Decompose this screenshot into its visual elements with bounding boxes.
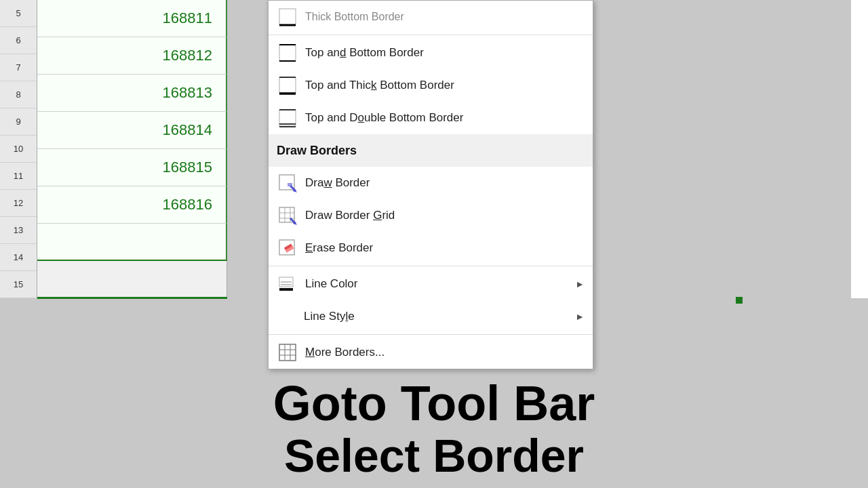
draw-border-label: Draw Border xyxy=(305,176,370,190)
more-borders-label: More Borders... xyxy=(305,346,384,359)
top-thick-label: Top and Thick Bottom Border xyxy=(305,79,454,92)
top-double-icon xyxy=(277,107,298,129)
line-color-icon xyxy=(277,273,298,295)
menu-item-draw-border[interactable]: Draw Border xyxy=(269,167,593,199)
divider-3 xyxy=(269,334,593,335)
row-num-10: 10 xyxy=(0,136,37,163)
svg-rect-14 xyxy=(288,183,292,186)
line-style-arrow: ► xyxy=(575,311,585,322)
top-bottom-icon xyxy=(277,42,298,64)
cell-9[interactable]: 168815 xyxy=(37,149,227,186)
cell-12[interactable] xyxy=(37,261,227,298)
line-style-label: Line Style xyxy=(304,310,355,323)
top-thick-icon xyxy=(277,75,298,96)
border-dropdown-menu[interactable]: Thick Bottom Border Top and Bottom Borde… xyxy=(268,0,593,369)
cell-6[interactable]: 168812 xyxy=(37,37,227,75)
spreadsheet: 5 6 7 8 9 10 11 12 13 14 15 16 17 18 19 … xyxy=(0,0,868,488)
draw-border-grid-icon xyxy=(277,205,298,226)
row-num-12: 12 xyxy=(0,190,37,217)
menu-item-top-thick[interactable]: Top and Thick Bottom Border xyxy=(269,69,593,102)
draw-borders-header: Draw Borders xyxy=(269,134,593,167)
draw-borders-label: Draw Borders xyxy=(277,144,357,158)
menu-item-line-color[interactable]: Line Color ► xyxy=(269,268,593,300)
more-borders-icon xyxy=(277,342,298,363)
row-num-6: 6 xyxy=(0,27,37,54)
cell-5[interactable]: 168811 xyxy=(37,0,227,37)
svg-rect-5 xyxy=(279,77,296,94)
line-color-label: Line Color xyxy=(305,277,358,291)
row-num-14: 14 xyxy=(0,244,37,271)
menu-item-draw-border-grid[interactable]: Draw Border Grid xyxy=(269,199,593,232)
erase-border-icon xyxy=(277,237,298,259)
thick-bottom-label: Thick Bottom Border xyxy=(305,11,404,23)
top-bottom-label: Top and Bottom Border xyxy=(305,46,424,60)
cell-7[interactable]: 168813 xyxy=(37,75,227,112)
erase-border-label: Erase Border xyxy=(305,241,373,255)
cell-11[interactable] xyxy=(37,224,227,261)
row-num-13: 13 xyxy=(0,217,37,244)
draw-border-icon xyxy=(277,172,298,194)
menu-item-line-style[interactable]: Line Style ► xyxy=(269,300,593,333)
row-num-7: 7 xyxy=(0,54,37,81)
top-double-label: Top and Double Bottom Border xyxy=(305,111,463,125)
menu-item-thick-bottom[interactable]: Thick Bottom Border xyxy=(269,1,593,33)
divider-2 xyxy=(269,266,593,266)
svg-rect-29 xyxy=(279,288,293,291)
line-color-arrow: ► xyxy=(575,279,585,289)
svg-rect-0 xyxy=(279,9,296,25)
cell-8[interactable]: 168814 xyxy=(37,112,227,149)
divider-1 xyxy=(269,35,593,35)
goto-line1: Goto Tool Bar xyxy=(273,377,595,430)
row-num-11: 11 xyxy=(0,163,37,190)
menu-item-top-double[interactable]: Top and Double Bottom Border xyxy=(269,102,593,134)
menu-item-top-bottom[interactable]: Top and Bottom Border xyxy=(269,37,593,69)
menu-item-erase-border[interactable]: Erase Border xyxy=(269,232,593,264)
row-num-8: 8 xyxy=(0,81,37,108)
goto-line2: Select Border xyxy=(284,430,584,481)
cell-10[interactable]: 168816 xyxy=(37,186,227,224)
thick-bottom-icon xyxy=(277,6,298,28)
menu-item-more-borders[interactable]: More Borders... xyxy=(269,336,593,369)
row-num-9: 9 xyxy=(0,108,37,136)
draw-border-grid-label: Draw Border Grid xyxy=(305,209,395,222)
svg-rect-2 xyxy=(279,45,296,61)
row-num-5: 5 xyxy=(0,0,37,27)
svg-rect-30 xyxy=(279,344,296,361)
row-num-15: 15 xyxy=(0,271,37,298)
